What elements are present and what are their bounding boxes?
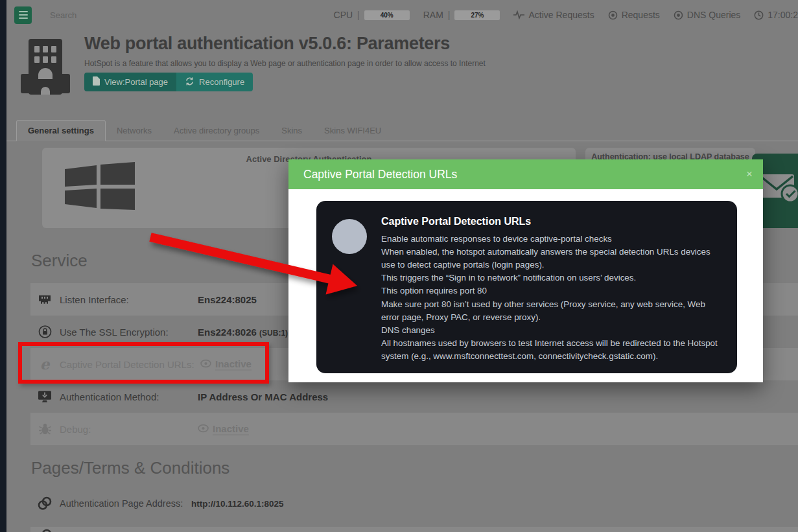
monitor-download-icon	[36, 390, 54, 402]
bug-icon	[36, 422, 54, 435]
row-label: Authentication Page Address:	[60, 498, 183, 509]
active-requests-label: Active Requests	[528, 10, 594, 20]
eye-icon	[198, 424, 209, 435]
pages-terms-section: Pages/Terms & Conditions Authentication …	[6, 450, 798, 532]
tooltip-card: Captive Portal Detection URLs Enable aut…	[316, 201, 737, 373]
tab-bar: General settings Networks Active directo…	[6, 120, 798, 141]
tooltip-paragraph: All hostnames used by browsers to test I…	[381, 337, 720, 363]
page-subtitle: HotSpot is a feature that allows you to …	[84, 59, 486, 68]
header-button-group: View:Portal page Reconfigure	[84, 73, 253, 91]
dns-queries-label: DNS Queries	[687, 10, 740, 20]
requests-menu-item[interactable]: Requests	[608, 10, 660, 20]
requests-label: Requests	[622, 10, 660, 20]
row-authentication-method: Authentication Method: IP Address Or MAC…	[30, 380, 798, 413]
debug-inactive-toggle[interactable]: Inactive	[198, 423, 249, 435]
ram-percent: 27%	[454, 10, 500, 20]
tab-networks[interactable]: Networks	[106, 121, 163, 141]
row-label: Debug:	[60, 424, 91, 435]
tooltip-paragraph: Make sure port 80 isn’t used by other se…	[381, 298, 720, 324]
top-bar: CPU| 40% RAM| 27% Active Requests Reques…	[6, 0, 798, 30]
row-label: Authentication Method:	[60, 391, 159, 402]
service-heading: Service	[31, 251, 88, 271]
target-icon	[608, 10, 618, 20]
inactive-label: Inactive	[213, 423, 249, 435]
tooltip-title: Captive Portal Detection URLs	[381, 214, 720, 229]
windows-logo-icon	[65, 162, 135, 213]
tab-skins-wifi4eu[interactable]: Skins WIFI4EU	[313, 121, 392, 141]
tooltip-icon-circle	[332, 219, 367, 254]
clock-display: 17:00:2	[754, 10, 798, 20]
ethernet-port-icon	[36, 294, 54, 305]
row-label: Use The SSL Encryption:	[60, 327, 169, 338]
ram-label: RAM	[423, 10, 443, 20]
row-authentication-page-address: Authentication Page Address: http://10.1…	[30, 488, 798, 519]
row-value: http://10.112.60.1:8025	[191, 499, 284, 509]
row-value-suffix: (SUB:1)	[259, 329, 288, 338]
modal-body: Captive Portal Detection URLs Enable aut…	[288, 189, 763, 382]
row-value: IP Address Or MAC Address	[198, 391, 328, 402]
page-file-icon	[93, 76, 100, 87]
reconfigure-button[interactable]: Reconfigure	[176, 73, 253, 91]
target-icon	[674, 10, 683, 20]
tooltip-paragraph: DNS changes	[381, 324, 720, 337]
pulse-icon	[513, 10, 524, 19]
tab-active-directory-groups[interactable]: Active directory groups	[163, 121, 270, 141]
tooltip-paragraph: Enable automatic responses to device cap…	[381, 233, 720, 246]
top-bar-status-cluster: CPU| 40% RAM| 27% Active Requests Reques…	[334, 10, 798, 20]
row-value: Ens224:8025	[198, 294, 257, 305]
row-value: Ens224:8026 (SUB:1)	[198, 327, 288, 338]
pages-terms-heading: Pages/Terms & Conditions	[31, 458, 229, 478]
tooltip-paragraph: When enabled, the hotspot automatically …	[381, 246, 720, 272]
search-input[interactable]	[49, 10, 191, 21]
highlight-rectangle-annotation	[18, 342, 269, 384]
tooltip-paragraph: This option requires port 80	[381, 284, 720, 297]
row-debug: Debug: Inactive	[30, 413, 798, 445]
tooltip-text: Captive Portal Detection URLs Enable aut…	[381, 213, 720, 363]
link-chain-icon	[36, 529, 54, 532]
link-chain-icon	[36, 496, 54, 511]
ram-progress-bar: 27%	[454, 10, 500, 20]
tab-general-settings[interactable]: General settings	[16, 120, 106, 141]
lock-icon	[36, 325, 54, 339]
clock-icon	[754, 10, 764, 20]
refresh-icon	[185, 77, 194, 87]
tooltip-paragraph: This triggers the “Sign in to network” n…	[381, 272, 720, 284]
building-icon	[19, 38, 71, 100]
cpu-label: CPU	[334, 10, 353, 20]
row-label: Listen Interface:	[60, 294, 129, 305]
view-portal-page-label: View:Portal page	[104, 77, 168, 87]
hamburger-menu-button[interactable]	[14, 6, 32, 24]
collapsed-sidebar	[0, 0, 6, 532]
close-icon[interactable]: ×	[746, 159, 753, 189]
dns-queries-menu-item[interactable]: DNS Queries	[674, 10, 740, 20]
view-portal-page-button[interactable]: View:Portal page	[84, 73, 176, 91]
cpu-percent: 40%	[364, 10, 410, 20]
captive-portal-modal: Captive Portal Detection URLs × Captive …	[288, 159, 763, 382]
envelope-check-icon	[759, 170, 798, 204]
modal-title: Captive Portal Detection URLs	[303, 168, 457, 181]
ram-meter: RAM| 27%	[423, 10, 500, 20]
modal-header: Captive Portal Detection URLs ×	[288, 159, 763, 189]
page-title: Web portal authentication v5.0.6: Parame…	[84, 34, 450, 54]
reconfigure-label: Reconfigure	[199, 77, 244, 87]
page-header: Web portal authentication v5.0.6: Parame…	[6, 30, 798, 110]
cpu-meter: CPU| 40%	[334, 10, 410, 20]
cpu-progress-bar: 40%	[364, 10, 410, 20]
tab-skins[interactable]: Skins	[270, 121, 313, 141]
clock-time: 17:00:2	[768, 10, 798, 20]
active-requests-menu-item[interactable]: Active Requests	[513, 10, 594, 20]
row-partial-bottom	[30, 527, 798, 532]
